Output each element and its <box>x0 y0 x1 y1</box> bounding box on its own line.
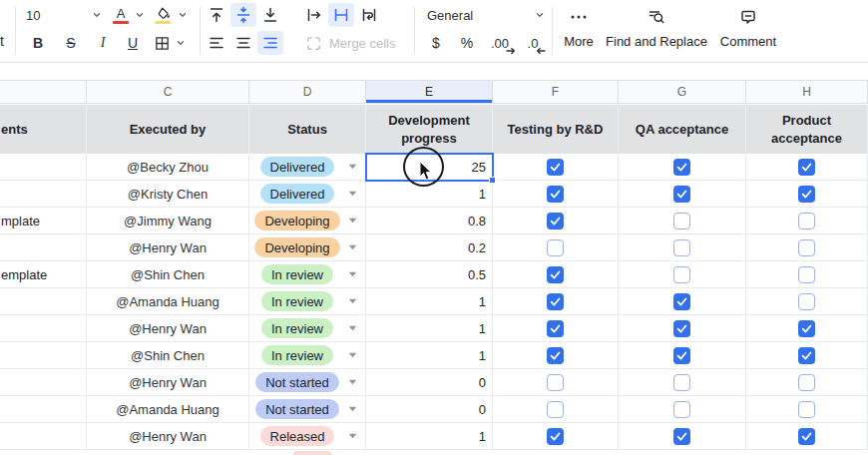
cell-status[interactable]: Not started <box>249 369 366 395</box>
testing-checkbox[interactable] <box>547 213 564 229</box>
cell-executed-by[interactable]: @Henry Wan <box>87 369 249 395</box>
cell-testing[interactable] <box>493 342 619 368</box>
fill-color-button[interactable] <box>150 3 176 27</box>
cell-executed-by[interactable]: @Amanda Huang <box>87 288 249 314</box>
qa-checkbox[interactable] <box>673 374 690 391</box>
cell-progress[interactable]: 0.8 <box>366 208 493 233</box>
cell-qa[interactable] <box>619 288 746 314</box>
cell-progress[interactable]: 0 <box>366 396 493 422</box>
testing-checkbox[interactable] <box>547 266 564 283</box>
header-status[interactable]: Status <box>249 105 366 154</box>
cell-clipped-text[interactable]: mplate <box>0 208 87 233</box>
cell-testing[interactable] <box>493 208 619 233</box>
product-checkbox[interactable] <box>798 213 815 229</box>
testing-checkbox[interactable] <box>547 239 564 256</box>
cell-progress[interactable]: 1 <box>366 181 493 207</box>
status-badge[interactable]: Released <box>260 426 335 446</box>
cell-qa[interactable] <box>619 154 746 180</box>
cell-progress[interactable]: 1 <box>366 315 493 341</box>
text-wrap-button[interactable] <box>355 3 383 27</box>
cell-clipped-text[interactable] <box>0 423 87 449</box>
cell-qa[interactable] <box>619 396 746 422</box>
cell-product[interactable] <box>746 423 868 449</box>
decrease-decimal-button[interactable]: .0 <box>521 31 545 55</box>
cell-progress[interactable]: 0.5 <box>366 261 493 287</box>
cell-executed-by[interactable]: @Shin Chen <box>87 342 249 368</box>
increase-decimal-button[interactable]: .00 <box>487 31 513 55</box>
cell-clipped-text[interactable] <box>0 315 87 341</box>
status-badge[interactable]: In review <box>261 345 333 365</box>
status-dropdown-caret-icon[interactable] <box>348 433 357 439</box>
cell-progress[interactable]: 1 <box>366 288 493 314</box>
testing-checkbox[interactable] <box>547 293 564 310</box>
cell-clipped-text[interactable] <box>0 396 87 422</box>
testing-checkbox[interactable] <box>547 401 564 418</box>
product-checkbox[interactable] <box>798 347 815 364</box>
status-dropdown-caret-icon[interactable] <box>348 298 357 304</box>
merge-cells-button[interactable]: Merge cells <box>305 31 415 55</box>
cell-testing[interactable] <box>493 396 619 422</box>
borders-chevron[interactable] <box>174 31 188 55</box>
cell-testing[interactable] <box>493 315 619 341</box>
product-checkbox[interactable] <box>798 293 815 310</box>
status-badge[interactable]: Delivered <box>260 157 335 177</box>
cell-testing[interactable] <box>493 181 619 207</box>
qa-checkbox[interactable] <box>673 239 690 256</box>
cell-executed-by[interactable]: @Becky Zhou <box>87 154 249 180</box>
cell-product[interactable] <box>746 369 868 395</box>
italic-button[interactable]: I <box>93 31 113 55</box>
cell-testing[interactable] <box>493 234 619 260</box>
testing-checkbox[interactable] <box>547 374 564 391</box>
valign-top-button[interactable] <box>204 3 229 27</box>
cell-executed-by[interactable]: @Henry Wan <box>87 423 249 449</box>
cell-product[interactable] <box>746 181 868 207</box>
borders-button[interactable] <box>150 31 174 55</box>
testing-checkbox[interactable] <box>547 347 564 364</box>
text-clip-button[interactable] <box>328 3 354 27</box>
status-badge[interactable]: Not started <box>255 372 339 392</box>
column-letter-h[interactable]: H <box>746 81 868 103</box>
cell-status[interactable]: In review <box>249 288 366 314</box>
status-dropdown-caret-icon[interactable] <box>348 191 357 197</box>
status-dropdown-caret-icon[interactable] <box>348 352 357 358</box>
halign-right-button[interactable] <box>257 31 283 55</box>
strikethrough-button[interactable]: S <box>61 31 81 55</box>
status-badge[interactable]: Developing <box>254 237 339 257</box>
product-checkbox[interactable] <box>798 186 815 203</box>
cell-product[interactable] <box>746 342 868 368</box>
cell-status[interactable]: In review <box>249 342 366 368</box>
halign-center-button[interactable] <box>230 31 256 55</box>
column-letter-g[interactable]: G <box>619 81 746 103</box>
cell-product[interactable] <box>746 261 868 287</box>
status-badge[interactable]: In review <box>261 264 333 284</box>
text-color-chevron[interactable] <box>133 3 147 27</box>
qa-checkbox[interactable] <box>673 293 690 310</box>
cell-executed-by[interactable]: @Amanda Huang <box>87 396 249 422</box>
product-checkbox[interactable] <box>798 401 815 418</box>
cell-clipped-text[interactable] <box>0 369 87 395</box>
valign-middle-button[interactable] <box>230 3 256 27</box>
cell-qa[interactable] <box>619 208 746 233</box>
cell-qa[interactable] <box>619 261 746 287</box>
status-dropdown-caret-icon[interactable] <box>348 164 357 170</box>
cell-executed-by[interactable]: @Shin Chen <box>87 261 249 287</box>
header-product[interactable]: Product acceptance <box>746 105 868 154</box>
status-badge[interactable]: Developing <box>254 211 339 230</box>
cell-executed-by[interactable]: @Jimmy Wang <box>87 208 249 233</box>
status-badge[interactable]: In review <box>261 291 333 311</box>
header-executed-by[interactable]: Executed by <box>87 105 249 154</box>
qa-checkbox[interactable] <box>673 213 690 229</box>
status-dropdown-caret-icon[interactable] <box>348 406 357 412</box>
cell-product[interactable] <box>746 154 868 180</box>
cell-progress[interactable]: 1 <box>366 423 493 449</box>
product-checkbox[interactable] <box>798 428 815 445</box>
cell-product[interactable] <box>746 315 868 341</box>
cell-testing[interactable] <box>493 154 619 180</box>
cell-status[interactable]: In review <box>249 315 366 341</box>
status-badge[interactable]: Not started <box>255 399 339 419</box>
cell-testing[interactable] <box>493 423 619 449</box>
cell-executed-by[interactable]: @Kristy Chen <box>87 181 249 207</box>
qa-checkbox[interactable] <box>673 320 690 337</box>
qa-checkbox[interactable] <box>673 428 690 445</box>
underline-button[interactable]: U <box>123 31 143 55</box>
